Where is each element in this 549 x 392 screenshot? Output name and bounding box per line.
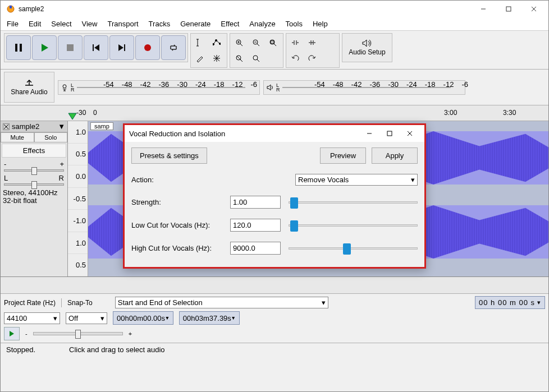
strength-input[interactable] — [230, 196, 281, 209]
redo-icon[interactable] — [305, 51, 319, 66]
app-icon — [6, 4, 15, 13]
dialog-titlebar[interactable]: Vocal Reduction and Isolation — [125, 125, 424, 142]
tools-toolbar — [190, 33, 227, 68]
selection-start-time[interactable]: 00h00m00.00s▾ — [113, 311, 173, 325]
menubar: File Edit Select View Transport Tracks G… — [1, 17, 548, 31]
preview-button[interactable]: Preview — [320, 147, 366, 164]
menu-select[interactable]: Select — [47, 19, 75, 29]
menu-transport[interactable]: Transport — [103, 19, 142, 29]
window-title: sample2 — [19, 5, 470, 13]
stop-button[interactable] — [58, 35, 83, 60]
minimize-button[interactable] — [470, 1, 496, 17]
svg-rect-3 — [506, 7, 511, 11]
play-at-speed-button[interactable] — [4, 327, 20, 340]
presets-settings-button[interactable]: Presets & settings — [131, 147, 207, 164]
vocal-reduction-dialog: Vocal Reduction and Isolation Presets & … — [123, 123, 426, 269]
svg-rect-10 — [93, 44, 94, 51]
menu-tracks[interactable]: Tracks — [145, 19, 175, 29]
share-audio-button[interactable]: Share Audio — [4, 72, 54, 103]
audio-setup-button[interactable]: Audio Setup — [342, 33, 392, 62]
lowcut-label: Low Cut for Vocals (Hz): — [131, 221, 230, 229]
fit-selection-icon[interactable] — [266, 35, 280, 50]
svg-line-33 — [274, 44, 276, 46]
dialog-minimize-button[interactable] — [359, 127, 379, 140]
timeline-tick: 3:00 — [444, 109, 457, 117]
clip-label[interactable]: samp — [90, 122, 113, 130]
multi-tool-icon[interactable] — [209, 51, 224, 66]
snap-to-dropdown[interactable]: Off▾ — [66, 312, 107, 324]
envelope-tool-icon[interactable] — [209, 35, 224, 50]
play-meter-ticks: -54-48-42-36-30-24-18-12-6 — [314, 80, 468, 89]
menu-effect[interactable]: Effect — [217, 19, 243, 29]
zoom-toolbar — [230, 33, 283, 68]
dialog-maximize-button[interactable] — [379, 127, 400, 140]
trim-audio-icon[interactable] — [288, 35, 303, 50]
close-button[interactable] — [521, 1, 546, 17]
zoom-out-icon[interactable] — [249, 35, 263, 50]
skip-start-button[interactable] — [84, 35, 108, 60]
play-button[interactable] — [32, 35, 57, 60]
dialog-title: Vocal Reduction and Isolation — [129, 130, 359, 138]
svg-rect-7 — [20, 44, 22, 52]
apply-button[interactable]: Apply — [372, 147, 418, 164]
draw-tool-icon[interactable] — [193, 51, 207, 66]
timeline-tick: 3:30 — [503, 109, 516, 117]
pause-button[interactable] — [6, 35, 31, 60]
loop-button[interactable] — [161, 35, 186, 60]
project-rate-label: Project Rate (Hz) — [4, 299, 56, 307]
menu-view[interactable]: View — [78, 19, 102, 29]
track-info: Stereo, 44100Hz 32-bit float — [1, 187, 67, 207]
svg-rect-34 — [271, 41, 274, 43]
playback-speed-slider[interactable] — [33, 332, 123, 335]
edit-toolbar — [286, 33, 340, 68]
strength-slider[interactable] — [289, 201, 418, 204]
silence-audio-icon[interactable] — [305, 35, 319, 50]
zoom-in-icon[interactable] — [232, 35, 246, 50]
highcut-slider[interactable] — [289, 247, 418, 250]
menu-file[interactable]: File — [3, 19, 22, 29]
playhead-handle-icon[interactable] — [68, 113, 77, 121]
status-hint: Click and drag to select audio — [69, 345, 165, 354]
maximize-button[interactable] — [496, 1, 521, 17]
project-rate-dropdown[interactable]: 44100▾ — [4, 312, 60, 324]
status-bar: Stopped. Click and drag to select audio — [1, 343, 548, 356]
svg-point-18 — [213, 44, 214, 45]
solo-button[interactable]: Solo — [34, 132, 68, 142]
menu-analyze[interactable]: Analyze — [245, 19, 279, 29]
highcut-input[interactable] — [230, 242, 281, 255]
svg-point-40 — [63, 85, 66, 88]
menu-edit[interactable]: Edit — [25, 19, 45, 29]
svg-point-19 — [216, 40, 217, 41]
mute-button[interactable]: Mute — [1, 132, 34, 142]
selection-end-time[interactable]: 00h03m37.39s▾ — [179, 311, 240, 325]
menu-tools[interactable]: Tools — [282, 19, 306, 29]
selection-tool-icon[interactable] — [193, 35, 207, 50]
timeline-tick: -30 — [76, 109, 86, 117]
gain-slider[interactable]: -+ — [1, 159, 67, 173]
svg-point-20 — [219, 43, 221, 45]
record-button[interactable] — [135, 35, 160, 60]
svg-marker-12 — [118, 44, 123, 51]
lowcut-input[interactable] — [230, 219, 281, 232]
skip-end-button[interactable] — [109, 35, 134, 60]
menu-help[interactable]: Help — [309, 19, 332, 29]
menu-generate[interactable]: Generate — [176, 19, 214, 29]
track-name: sample2 — [12, 122, 56, 131]
track-close-button[interactable] — [3, 123, 10, 130]
action-dropdown[interactable]: Remove Vocals▾ — [295, 174, 418, 186]
timeline-ruler[interactable]: -30 0 3:00 3:30 — [1, 105, 548, 121]
effects-button[interactable]: Effects — [2, 144, 66, 158]
rec-meter-ticks: -54-48-42-36-30-24-18-12-6 — [103, 80, 257, 89]
fit-project-icon[interactable] — [232, 51, 246, 66]
horizontal-scrollbar[interactable] — [1, 277, 548, 294]
track-menu-icon[interactable]: ▼ — [58, 122, 65, 131]
selection-mode-dropdown[interactable]: Start and End of Selection▾ — [115, 297, 328, 308]
undo-icon[interactable] — [288, 51, 303, 66]
amplitude-ruler: 1.0 0.5 0.0 -0.5 -1.0 1.0 0.5 — [68, 121, 88, 276]
dialog-close-button[interactable] — [400, 127, 420, 140]
zoom-toggle-icon[interactable] — [249, 51, 263, 66]
svg-marker-11 — [94, 44, 99, 51]
time-display[interactable]: 00 h 00 m 00 s▾ — [475, 296, 545, 309]
window-titlebar: sample2 — [1, 1, 548, 17]
lowcut-slider[interactable] — [289, 224, 418, 227]
